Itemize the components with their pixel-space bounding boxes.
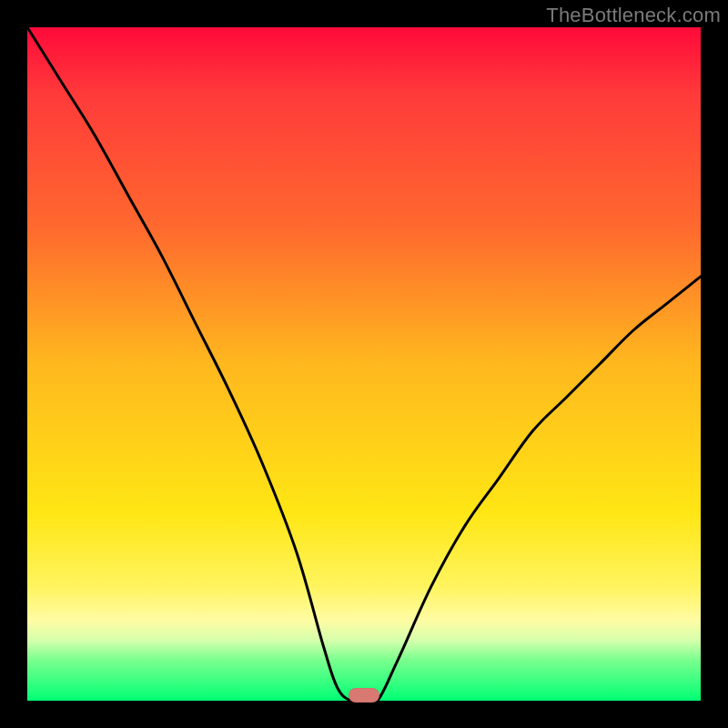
watermark-text: TheBottleneck.com xyxy=(546,4,721,27)
optimal-marker xyxy=(349,688,379,703)
plot-area xyxy=(27,27,701,701)
bottleneck-curve xyxy=(27,27,701,701)
chart-frame: TheBottleneck.com xyxy=(0,0,728,728)
curve-path xyxy=(27,27,701,701)
